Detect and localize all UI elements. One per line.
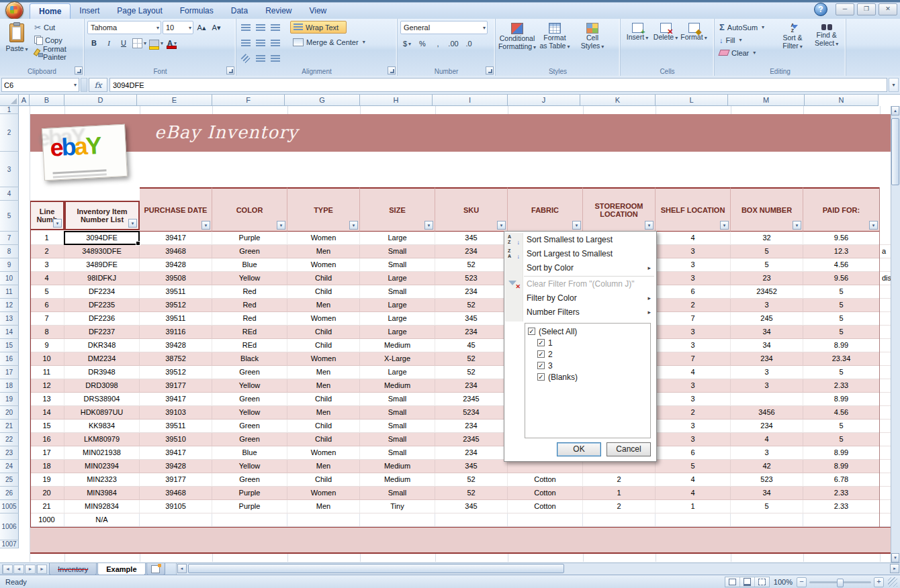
cell-L7[interactable]: 5 — [731, 245, 803, 258]
column-header-M[interactable]: M — [728, 95, 805, 106]
cell-E8[interactable]: Blue — [212, 258, 287, 272]
column-header-E[interactable]: E — [137, 95, 212, 106]
cell-K16[interactable]: 4 — [656, 366, 731, 379]
ribbon-tab-review[interactable]: Review — [257, 3, 300, 19]
filter-value-2[interactable]: ✓2 — [537, 348, 647, 360]
office-button[interactable] — [5, 1, 24, 19]
cell-F26[interactable]: Men — [287, 500, 360, 513]
filter-button-K[interactable]: ▼ — [720, 221, 729, 230]
cell-F11[interactable]: Men — [287, 299, 360, 312]
cell-E9[interactable]: Yellow — [212, 272, 287, 285]
cell-L9[interactable]: 23 — [731, 272, 803, 285]
fill-color-button[interactable]: ▾ — [148, 36, 164, 50]
cell-H22[interactable]: 234 — [435, 446, 508, 460]
cell-N15[interactable] — [880, 352, 891, 366]
cell-C12[interactable]: DF2236 — [64, 312, 140, 326]
cell-M22[interactable]: 8.99 — [803, 446, 880, 460]
cell-M17[interactable]: 2.33 — [803, 379, 880, 393]
cell-F20[interactable]: Child — [287, 420, 360, 433]
filter-button-F[interactable]: ▼ — [349, 221, 358, 230]
ribbon-tab-data[interactable]: Data — [222, 3, 257, 19]
align-left-button[interactable] — [239, 36, 253, 50]
cell-G7[interactable]: Small — [360, 245, 435, 258]
cell-L6[interactable]: 32 — [731, 232, 803, 245]
row-header-1[interactable]: 1 — [0, 106, 19, 114]
cell-D20[interactable]: 39511 — [140, 420, 212, 433]
clipboard-dialog-launcher[interactable] — [75, 66, 83, 75]
header-F[interactable]: TYPE▼ — [287, 187, 360, 232]
cell-H12[interactable]: 345 — [435, 312, 508, 326]
cell-C22[interactable]: MIN021938 — [64, 446, 140, 460]
alignment-dialog-launcher[interactable] — [388, 66, 396, 75]
cell-D8[interactable]: 39428 — [140, 258, 212, 272]
cell-K26[interactable]: 1 — [656, 500, 731, 513]
cell-M6[interactable]: 9.56 — [803, 232, 880, 245]
font-dialog-launcher[interactable] — [226, 66, 234, 75]
cell-N14[interactable] — [880, 339, 891, 352]
ribbon-tab-home[interactable]: Home — [30, 3, 71, 19]
cell-H21[interactable]: 2345 — [435, 433, 508, 446]
clear-button[interactable]: Clear▾ — [717, 46, 775, 59]
cell-F13[interactable]: Child — [287, 326, 360, 339]
column-header-D[interactable]: D — [64, 95, 137, 106]
shrink-font-button[interactable]: A▾ — [210, 21, 223, 34]
cell-N7[interactable]: a — [880, 245, 891, 258]
cell-B17[interactable]: 12 — [30, 379, 64, 393]
cell-G26[interactable]: Tiny — [360, 500, 435, 513]
row-header-2[interactable]: 2 — [0, 114, 19, 152]
column-header-N[interactable]: N — [805, 95, 879, 106]
align-right-button[interactable] — [269, 36, 282, 50]
cell-N8[interactable] — [880, 258, 891, 272]
cell-I23[interactable] — [508, 460, 583, 473]
paste-button[interactable]: Paste▾ — [3, 21, 31, 62]
cell-L8[interactable]: 5 — [731, 258, 803, 272]
row-header-18[interactable]: 18 — [0, 379, 19, 393]
cell-L25[interactable]: 34 — [731, 487, 803, 500]
format-painter-button[interactable]: Format Painter — [32, 46, 81, 59]
cell-M20[interactable]: 5 — [803, 420, 880, 433]
cell-H1005[interactable] — [435, 513, 508, 527]
cell-E23[interactable]: Yellow — [212, 460, 287, 473]
cell-L16[interactable]: 3 — [731, 366, 803, 379]
cell-J24[interactable]: 2 — [583, 473, 656, 487]
view-page-break-button[interactable] — [755, 577, 769, 587]
row-header-20[interactable]: 20 — [0, 406, 19, 420]
align-middle-button[interactable] — [254, 21, 267, 34]
cell-H19[interactable]: 5234 — [435, 406, 508, 420]
cell-G21[interactable]: Small — [360, 433, 435, 446]
cell-H16[interactable]: 52 — [435, 366, 508, 379]
ebay-logo[interactable]: ebaY ebaY — [42, 124, 128, 181]
cell-C24[interactable]: MIN2323 — [64, 473, 140, 487]
cell-E18[interactable]: Green — [212, 393, 287, 406]
cell-H25[interactable]: 52 — [435, 487, 508, 500]
cell-G13[interactable]: Large — [360, 326, 435, 339]
sheet-nav-prev-button[interactable]: ◄ — [13, 565, 24, 574]
cell-F15[interactable]: Women — [287, 352, 360, 366]
cell-B1005[interactable]: 1000 — [30, 513, 64, 527]
cell-F12[interactable]: Women — [287, 312, 360, 326]
cell-N13[interactable] — [880, 326, 891, 339]
cell-H13[interactable]: 234 — [435, 326, 508, 339]
row-header-15[interactable]: 15 — [0, 339, 19, 352]
cell-N1005[interactable] — [880, 513, 891, 527]
column-header-L[interactable]: L — [656, 95, 728, 106]
cell-D6[interactable]: 39417 — [140, 232, 212, 245]
cell-C13[interactable]: DF2237 — [64, 326, 140, 339]
cell-K7[interactable]: 3 — [656, 245, 731, 258]
scroll-left-button[interactable]: ◄ — [177, 564, 187, 573]
cell-H10[interactable]: 234 — [435, 285, 508, 299]
cell-G19[interactable]: Small — [360, 406, 435, 420]
cell-K9[interactable]: 3 — [656, 272, 731, 285]
ribbon-tab-formulas[interactable]: Formulas — [171, 3, 222, 19]
sheet-nav-first-button[interactable]: ◄ — [2, 565, 13, 574]
zoom-slider-thumb[interactable] — [837, 579, 844, 587]
cut-button[interactable]: ✂Cut — [32, 21, 81, 34]
cell-J23[interactable] — [583, 460, 656, 473]
cell-G14[interactable]: Medium — [360, 339, 435, 352]
cell-C15[interactable]: DM2234 — [64, 352, 140, 366]
menu-item-number-filters[interactable]: Number Filters▸ — [505, 305, 656, 320]
cell-C20[interactable]: KK9834 — [64, 420, 140, 433]
ribbon-tab-page-layout[interactable]: Page Layout — [108, 3, 171, 19]
cell-L1005[interactable] — [731, 513, 803, 527]
cell-H20[interactable]: 234 — [435, 420, 508, 433]
